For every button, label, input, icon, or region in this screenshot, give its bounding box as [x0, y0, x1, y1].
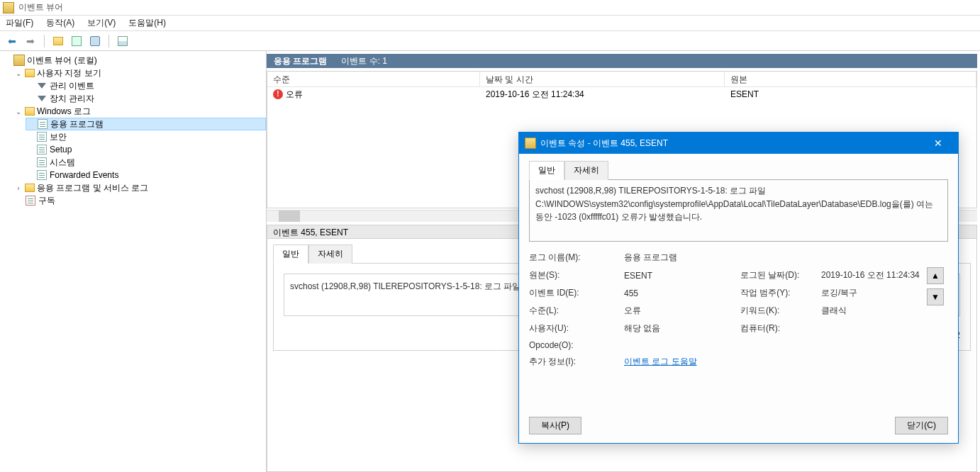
- tree-setup[interactable]: Setup: [26, 143, 266, 156]
- dialog-icon: [525, 137, 536, 149]
- menu-view[interactable]: 보기(V): [87, 17, 116, 29]
- dialog-tab-detail[interactable]: 자세히: [564, 161, 608, 180]
- tree-system[interactable]: 시스템: [26, 156, 266, 169]
- toolbar-btn-2[interactable]: [69, 33, 84, 49]
- menu-action[interactable]: 동작(A): [46, 17, 74, 29]
- filter-icon: [36, 93, 48, 104]
- tree-label: 응용 프로그램: [50, 118, 104, 130]
- event-properties-dialog: 이벤트 속성 - 이벤트 455, ESENT ✕ 일반 자세히 svchost…: [518, 132, 959, 444]
- tab-detail[interactable]: 자세히: [308, 245, 352, 264]
- close-button[interactable]: ✕: [924, 137, 952, 149]
- folder-icon: [25, 184, 35, 192]
- close-dialog-button[interactable]: 닫기(C): [895, 417, 948, 434]
- preview-icon: [118, 36, 128, 46]
- tree-label: 장치 관리자: [50, 93, 94, 105]
- label-logged: 로그된 날짜(D):: [740, 269, 818, 281]
- label-level: 수준(L):: [529, 305, 621, 317]
- label-opcode: Opcode(O):: [529, 340, 621, 350]
- menu-help[interactable]: 도움말(H): [128, 17, 166, 29]
- tree-label: 응용 프로그램 및 서비스 로그: [37, 182, 148, 194]
- copy-button[interactable]: 복사(P): [529, 417, 581, 434]
- label-source: 원본(S):: [529, 269, 621, 281]
- tree-windows-logs[interactable]: ⌄ Windows 로그: [14, 105, 266, 118]
- folder-icon: [25, 107, 35, 116]
- col-source[interactable]: 원본: [725, 72, 976, 86]
- tree-app-service-logs[interactable]: › 응용 프로그램 및 서비스 로그: [14, 181, 266, 194]
- value-keywords: 클래식: [821, 305, 948, 317]
- folder-icon: [25, 69, 35, 77]
- collapse-icon[interactable]: ⌄: [14, 108, 23, 116]
- event-count: 이벤트 수: 1: [341, 55, 387, 67]
- log-icon: [37, 118, 48, 130]
- tree-label: 보안: [50, 131, 67, 143]
- tree-root[interactable]: 이벤트 뷰어 (로컬): [3, 54, 266, 67]
- toolbar-btn-4[interactable]: [115, 33, 130, 49]
- dialog-tab-general[interactable]: 일반: [529, 161, 564, 180]
- folder-icon: [53, 37, 63, 45]
- toolbar: ⬅ ➡: [0, 31, 980, 51]
- value-level: 오류: [624, 305, 737, 317]
- tree-label: 사용자 지정 보기: [37, 67, 101, 79]
- window-title: 이벤트 뷰어: [18, 1, 63, 13]
- tab-general[interactable]: 일반: [273, 245, 308, 264]
- tree-application[interactable]: 응용 프로그램: [26, 118, 266, 130]
- tree-admin-events[interactable]: 관리 이벤트: [26, 79, 266, 92]
- label-more-info: 추가 정보(I):: [529, 356, 621, 368]
- label-user: 사용자(U):: [529, 322, 621, 335]
- next-event-button[interactable]: ▼: [927, 288, 944, 305]
- label-event-id: 이벤트 ID(E):: [529, 287, 621, 299]
- help-icon: [90, 36, 100, 46]
- value-source: ESENT: [624, 271, 737, 281]
- tree-security[interactable]: 보안: [26, 130, 266, 143]
- forward-button[interactable]: ➡: [23, 33, 38, 49]
- properties-grid: 로그 이름(M): 응용 프로그램 원본(S): ESENT 로그된 날짜(D)…: [529, 252, 948, 368]
- back-button[interactable]: ⬅: [4, 33, 20, 49]
- collapse-icon[interactable]: ⌄: [14, 69, 23, 77]
- tree-custom-views[interactable]: ⌄ 사용자 지정 보기: [14, 67, 266, 79]
- tree-device-manager[interactable]: 장치 관리자: [26, 92, 266, 105]
- log-icon: [36, 131, 48, 142]
- event-row[interactable]: 오류 2019-10-16 오전 11:24:34 ESENT: [267, 87, 976, 101]
- col-datetime[interactable]: 날짜 및 시간: [480, 72, 725, 86]
- value-log-name: 응용 프로그램: [624, 252, 737, 264]
- event-log-help-link[interactable]: 이벤트 로그 도움말: [624, 356, 737, 368]
- tree-subscriptions[interactable]: 구독: [14, 194, 266, 207]
- tree-label: Setup: [50, 145, 72, 154]
- label-task: 작업 범주(Y):: [740, 287, 818, 299]
- tree-label: 시스템: [50, 157, 75, 169]
- toolbar-separator: [108, 35, 109, 47]
- dialog-body: 일반 자세히 svchost (12908,R,98) TILEREPOSITO…: [519, 154, 958, 375]
- tree-label: 관리 이벤트: [50, 80, 94, 92]
- category-header: 응용 프로그램 이벤트 수: 1: [267, 54, 977, 68]
- error-icon: [273, 89, 283, 99]
- tree-label: Windows 로그: [37, 106, 91, 118]
- toolbar-btn-3[interactable]: [87, 33, 103, 49]
- log-icon: [36, 169, 48, 181]
- arrow-down-icon: ▼: [931, 292, 940, 302]
- category-name: 응용 프로그램: [274, 55, 327, 67]
- eventviewer-icon: [13, 55, 25, 66]
- event-datetime: 2019-10-16 오전 11:24:34: [480, 87, 725, 102]
- pane-icon: [72, 36, 82, 46]
- filter-icon: [36, 80, 48, 91]
- tree-forwarded[interactable]: Forwarded Events: [26, 169, 266, 181]
- prev-event-button[interactable]: ▲: [927, 267, 944, 284]
- toolbar-btn-1[interactable]: [50, 33, 66, 49]
- expand-icon[interactable]: ›: [14, 184, 23, 192]
- log-icon: [36, 157, 48, 168]
- menu-file[interactable]: 파일(F): [6, 17, 33, 29]
- dialog-tabs: 일반 자세히: [529, 161, 948, 180]
- label-keywords: 키워드(K):: [740, 305, 818, 317]
- tree-root-label: 이벤트 뷰어 (로컬): [27, 55, 97, 67]
- value-event-id: 455: [624, 288, 737, 298]
- tree-pane: 이벤트 뷰어 (로컬) ⌄ 사용자 지정 보기: [0, 51, 267, 472]
- scrollbar-thumb[interactable]: [279, 210, 300, 222]
- event-source: ESENT: [725, 88, 976, 101]
- value-user: 해당 없음: [624, 322, 737, 335]
- arrow-right-icon: ➡: [26, 35, 35, 47]
- list-header: 수준 날짜 및 시간 원본: [267, 72, 976, 87]
- col-level[interactable]: 수준: [267, 72, 480, 86]
- dialog-titlebar[interactable]: 이벤트 속성 - 이벤트 455, ESENT ✕: [519, 133, 958, 154]
- event-message[interactable]: svchost (12908,R,98) TILEREPOSITORYS-1-5…: [529, 179, 948, 242]
- label-computer: 컴퓨터(R):: [740, 322, 818, 335]
